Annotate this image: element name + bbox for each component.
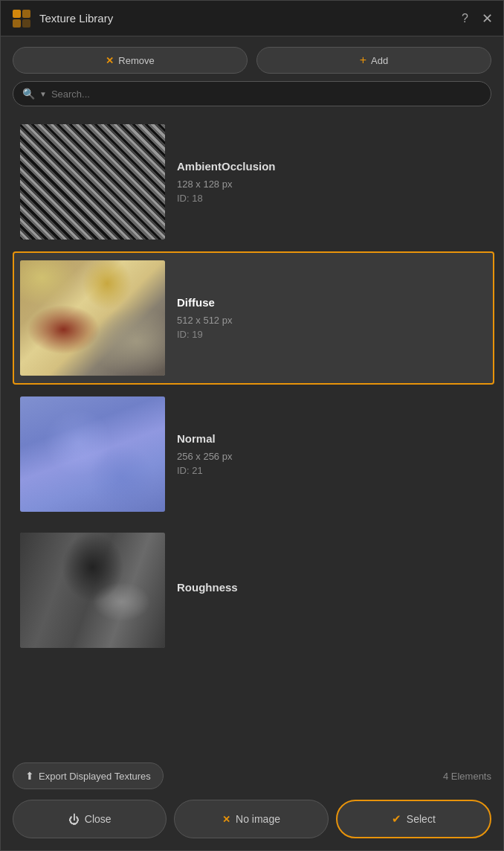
bottom-bar: ⬆ Export Displayed Textures 4 Elements bbox=[1, 755, 503, 794]
texture-name-normal: Normal bbox=[177, 432, 487, 445]
export-label: Export Displayed Textures bbox=[39, 771, 151, 782]
svg-rect-3 bbox=[22, 19, 30, 28]
add-icon: + bbox=[360, 54, 366, 67]
action-bar: ⏻ Close ✕ No image ✔ Select bbox=[1, 794, 503, 850]
checkmark-icon: ✔ bbox=[392, 812, 401, 826]
remove-label: Remove bbox=[118, 55, 154, 66]
export-icon: ⬆ bbox=[25, 770, 34, 782]
texture-info-normal: Normal 256 x 256 px ID: 21 bbox=[177, 432, 487, 476]
window-title: Texture Library bbox=[39, 12, 462, 25]
add-button[interactable]: + Add bbox=[256, 47, 491, 74]
texture-size-ao: 128 x 128 px bbox=[177, 179, 487, 190]
close-label: Close bbox=[85, 813, 112, 825]
toolbar: ✕ Remove + Add bbox=[1, 36, 503, 81]
searchbar: 🔍 ▼ bbox=[13, 81, 491, 106]
texture-name-diffuse: Diffuse bbox=[177, 296, 487, 309]
texture-info-diffuse: Diffuse 512 x 512 px ID: 19 bbox=[177, 296, 487, 340]
texture-item-ao[interactable]: AmbientOcclusion 128 x 128 px ID: 18 bbox=[13, 115, 494, 248]
select-button[interactable]: ✔ Select bbox=[336, 800, 491, 838]
search-input[interactable] bbox=[51, 89, 482, 100]
elements-count: 4 Elements bbox=[443, 771, 491, 782]
remove-button[interactable]: ✕ Remove bbox=[13, 47, 248, 74]
texture-library-window: Texture Library ? ✕ ✕ Remove + Add 🔍 ▼ bbox=[0, 0, 504, 851]
no-image-button[interactable]: ✕ No image bbox=[174, 800, 328, 838]
searchbar-wrapper: 🔍 ▼ bbox=[1, 81, 503, 115]
app-logo-icon bbox=[11, 8, 32, 29]
texture-size-diffuse: 512 x 512 px bbox=[177, 315, 487, 326]
texture-size-normal: 256 x 256 px bbox=[177, 451, 487, 462]
texture-name-ao: AmbientOcclusion bbox=[177, 160, 487, 173]
power-icon: ⏻ bbox=[68, 813, 80, 826]
svg-rect-0 bbox=[13, 10, 21, 18]
no-image-icon: ✕ bbox=[222, 814, 230, 825]
texture-thumb-ao bbox=[20, 124, 165, 240]
dropdown-arrow-icon[interactable]: ▼ bbox=[39, 90, 47, 98]
select-label: Select bbox=[407, 813, 436, 825]
texture-id-normal: ID: 21 bbox=[177, 465, 487, 476]
search-icon: 🔍 bbox=[22, 88, 35, 100]
texture-thumb-normal bbox=[20, 396, 165, 512]
texture-name-roughness: Roughness bbox=[177, 581, 487, 594]
texture-id-ao: ID: 18 bbox=[177, 193, 487, 204]
titlebar: Texture Library ? ✕ bbox=[1, 1, 503, 36]
texture-list: AmbientOcclusion 128 x 128 px ID: 18 Dif… bbox=[1, 115, 500, 755]
svg-rect-1 bbox=[22, 10, 30, 18]
remove-icon: ✕ bbox=[106, 55, 114, 66]
export-button[interactable]: ⬆ Export Displayed Textures bbox=[13, 762, 164, 789]
texture-id-diffuse: ID: 19 bbox=[177, 329, 487, 340]
texture-item-diffuse[interactable]: Diffuse 512 x 512 px ID: 19 bbox=[13, 251, 494, 385]
close-button[interactable]: ⏻ Close bbox=[13, 800, 167, 838]
close-window-button[interactable]: ✕ bbox=[482, 10, 493, 27]
texture-thumb-roughness bbox=[20, 533, 165, 648]
texture-info-ao: AmbientOcclusion 128 x 128 px ID: 18 bbox=[177, 160, 487, 204]
texture-item-normal[interactable]: Normal 256 x 256 px ID: 21 bbox=[13, 388, 494, 521]
svg-rect-2 bbox=[13, 19, 21, 28]
no-image-label: No image bbox=[236, 813, 280, 825]
texture-thumb-diffuse bbox=[20, 260, 165, 376]
texture-item-roughness[interactable]: Roughness bbox=[13, 524, 494, 657]
texture-info-roughness: Roughness bbox=[177, 581, 487, 600]
help-button[interactable]: ? bbox=[462, 12, 468, 25]
add-label: Add bbox=[371, 55, 388, 66]
